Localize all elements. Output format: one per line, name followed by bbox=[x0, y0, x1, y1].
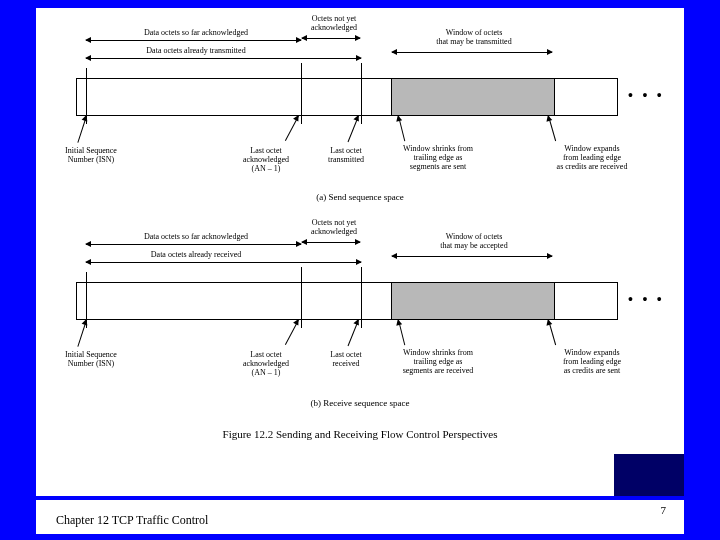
recv-lastrcv-label: Last octet received bbox=[311, 350, 381, 368]
recv-caption: (b) Receive sequence space bbox=[36, 398, 684, 408]
recv-call-shrink bbox=[398, 320, 405, 345]
send-expand-label: Window expands from leading edge as cred… bbox=[536, 144, 648, 172]
figure-title: Figure 12.2 Sending and Receiving Flow C… bbox=[36, 428, 684, 440]
recv-window-arrow bbox=[392, 256, 552, 257]
send-call-isn bbox=[77, 116, 87, 143]
send-xmit-label: Data octets already transmitted bbox=[116, 46, 276, 55]
recv-rcvd-label: Data octets already received bbox=[116, 250, 276, 259]
recv-call-expand bbox=[548, 320, 556, 345]
send-window-box bbox=[391, 78, 555, 116]
send-call-shrink bbox=[398, 116, 405, 141]
send-window-arrow bbox=[392, 52, 552, 53]
send-tick-lastack bbox=[301, 63, 302, 124]
send-tick-lastxmit bbox=[361, 63, 362, 124]
send-dots: • • • bbox=[628, 88, 665, 104]
recv-expand-label: Window expands from leading edge as cred… bbox=[536, 348, 648, 376]
send-notyet-arrow bbox=[302, 38, 360, 39]
send-window-label: Window of octets that may be transmitted bbox=[414, 28, 534, 46]
send-lastxmit-label: Last octet transmitted bbox=[311, 146, 381, 164]
recv-tick-lastrcv bbox=[361, 267, 362, 328]
recv-lastack-label: Last octet acknowledged (AN – 1) bbox=[226, 350, 306, 378]
recv-window-label: Window of octets that may be accepted bbox=[414, 232, 534, 250]
footer: Chapter 12 TCP Traffic Control 7 bbox=[36, 500, 684, 534]
recv-ack-arrow bbox=[86, 244, 301, 245]
send-call-lastxmit bbox=[348, 116, 359, 142]
recv-call-isn bbox=[77, 320, 87, 347]
recv-notyet-label: Octets not yet acknowledged bbox=[294, 218, 374, 236]
recv-rcvd-arrow bbox=[86, 262, 361, 263]
recv-call-lastack bbox=[285, 320, 299, 345]
recv-dots: • • • bbox=[628, 292, 665, 308]
figure-diagram: Data octets so far acknowledged Data oct… bbox=[36, 8, 684, 496]
send-xmit-arrow bbox=[86, 58, 361, 59]
recv-shrink-label: Window shrinks from trailing edge as seg… bbox=[384, 348, 492, 376]
slide: Data octets so far acknowledged Data oct… bbox=[36, 8, 684, 496]
recv-window-box bbox=[391, 282, 555, 320]
send-isn-label: Initial Sequence Number (ISN) bbox=[52, 146, 130, 164]
recv-call-lastrcv bbox=[348, 320, 359, 346]
send-call-lastack bbox=[285, 116, 299, 141]
send-notyet-label: Octets not yet acknowledged bbox=[294, 14, 374, 32]
send-ack-arrow bbox=[86, 40, 301, 41]
send-caption: (a) Send sequence space bbox=[36, 192, 684, 202]
recv-isn-label: Initial Sequence Number (ISN) bbox=[52, 350, 130, 368]
send-shrink-label: Window shrinks from trailing edge as seg… bbox=[384, 144, 492, 172]
page-number: 7 bbox=[661, 504, 667, 516]
send-lastack-label: Last octet acknowledged (AN – 1) bbox=[226, 146, 306, 174]
recv-tick-lastack bbox=[301, 267, 302, 328]
send-call-expand bbox=[548, 116, 556, 141]
recv-notyet-arrow bbox=[302, 242, 360, 243]
send-ack-label: Data octets so far acknowledged bbox=[116, 28, 276, 37]
chapter-label: Chapter 12 TCP Traffic Control bbox=[56, 513, 208, 528]
recv-ack-label: Data octets so far acknowledged bbox=[116, 232, 276, 241]
